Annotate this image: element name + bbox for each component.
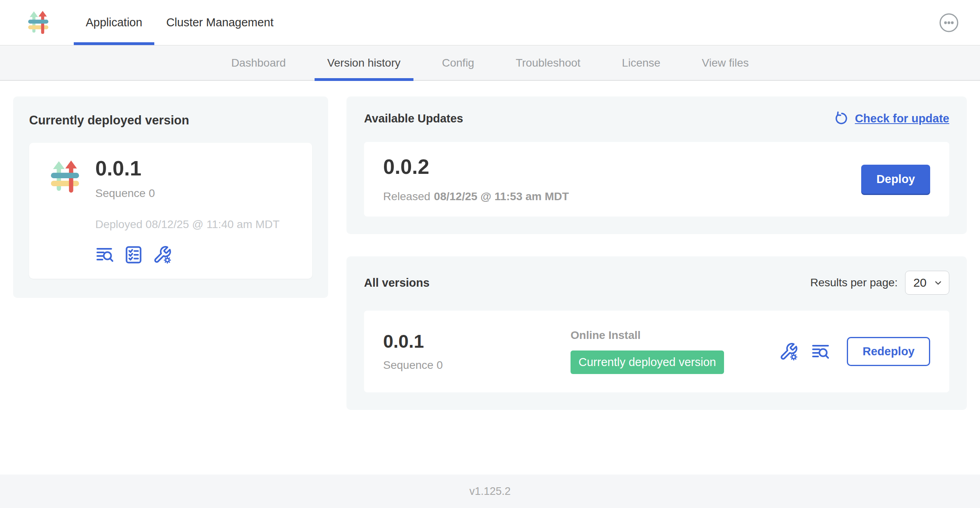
released-prefix: Released [383, 190, 430, 203]
row-sequence: Sequence 0 [383, 359, 571, 372]
version-row-info: 0.0.1 Sequence 0 [383, 331, 571, 372]
subnav-troubleshoot[interactable]: Troubleshoot [495, 45, 601, 80]
version-row-status: Online Install Currently deployed versio… [571, 329, 779, 374]
deployed-timestamp: Deployed 08/12/25 @ 11:40 am MDT [95, 218, 279, 231]
subnav-dashboard[interactable]: Dashboard [211, 45, 307, 80]
primary-tabs: Application Cluster Management [74, 0, 285, 45]
install-type-label: Online Install [571, 329, 779, 342]
tab-cluster-management[interactable]: Cluster Management [154, 0, 285, 45]
redeploy-button[interactable]: Redeploy [847, 337, 930, 366]
currently-deployed-badge: Currently deployed version [571, 350, 724, 374]
available-updates-panel: Available Updates Check for update 0.0.2 [346, 96, 967, 234]
subnav-version-history[interactable]: Version history [307, 45, 421, 80]
all-versions-panel: All versions Results per page: 20 [346, 256, 967, 410]
deployed-sequence: Sequence 0 [95, 187, 279, 200]
view-logs-icon[interactable] [95, 245, 114, 264]
main-content: Currently deployed version 0.0.1 Sequenc… [0, 81, 980, 475]
app-footer: v1.125.2 [0, 475, 980, 508]
tab-application[interactable]: Application [74, 0, 154, 45]
app-header: Application Cluster Management [0, 0, 980, 45]
results-per-page: Results per page: 20 [810, 271, 949, 295]
ellipsis-menu-icon[interactable] [939, 12, 959, 33]
results-per-page-value: 20 [913, 276, 927, 289]
subnav-license[interactable]: License [601, 45, 681, 80]
subnav-config[interactable]: Config [421, 45, 495, 80]
config-wrench-icon[interactable] [153, 245, 172, 264]
version-row-actions: Redeploy [779, 337, 930, 366]
preflight-checks-icon[interactable] [124, 245, 143, 264]
row-version-number: 0.0.1 [383, 331, 571, 352]
available-update-card: 0.0.2 Released08/12/25 @ 11:53 am MDT De… [364, 142, 949, 217]
results-per-page-label: Results per page: [810, 276, 897, 289]
update-info: 0.0.2 Released08/12/25 @ 11:53 am MDT [383, 156, 569, 203]
deployed-version-card: 0.0.1 Sequence 0 Deployed 08/12/25 @ 11:… [29, 143, 312, 279]
right-column: Available Updates Check for update 0.0.2 [346, 96, 967, 410]
update-version-number: 0.0.2 [383, 156, 569, 178]
config-wrench-icon[interactable] [779, 342, 798, 361]
app-logo [25, 10, 51, 36]
console-version: v1.125.2 [469, 485, 511, 498]
check-for-update-link[interactable]: Check for update [833, 111, 949, 126]
view-logs-icon[interactable] [811, 342, 830, 361]
released-date: 08/12/25 @ 11:53 am MDT [434, 190, 569, 203]
currently-deployed-title: Currently deployed version [29, 113, 312, 128]
subnav-view-files[interactable]: View files [681, 45, 769, 80]
app-logo [47, 159, 83, 264]
deployed-action-icons [95, 245, 279, 264]
app-subnav: Dashboard Version history Config Trouble… [0, 45, 980, 81]
version-row: 0.0.1 Sequence 0 Online Install Currentl… [364, 311, 949, 392]
all-versions-title: All versions [364, 276, 429, 289]
deployed-version-info: 0.0.1 Sequence 0 Deployed 08/12/25 @ 11:… [95, 157, 279, 264]
results-per-page-select[interactable]: 20 [905, 271, 949, 295]
check-for-update-label: Check for update [855, 112, 949, 125]
update-released-line: Released08/12/25 @ 11:53 am MDT [383, 190, 569, 203]
deployed-version-number: 0.0.1 [95, 157, 279, 180]
refresh-icon [833, 111, 848, 126]
available-updates-title: Available Updates [364, 112, 463, 125]
chevron-down-icon [934, 278, 943, 287]
currently-deployed-panel: Currently deployed version 0.0.1 Sequenc… [13, 96, 328, 298]
deploy-button[interactable]: Deploy [861, 165, 930, 194]
